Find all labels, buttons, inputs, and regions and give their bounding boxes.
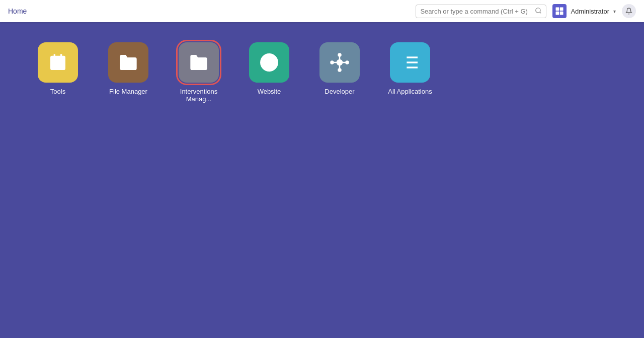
tools-label: Tools [50,88,65,95]
search-icon [535,7,542,16]
interventions-manager-icon [179,42,219,83]
svg-rect-3 [560,8,564,11]
website-icon [249,42,289,83]
navbar-right: Administrator ▾ [416,4,636,18]
developer-label: Developer [325,88,354,95]
apps-grid: ToolsFile ManagerInterventions Manag...W… [30,42,438,103]
user-name-label: Administrator [571,8,609,15]
home-link[interactable]: Home [8,7,27,15]
all-applications-icon [390,42,430,83]
svg-point-20 [339,69,341,72]
file-manager-icon [108,42,148,83]
search-input[interactable] [420,8,532,15]
svg-rect-6 [50,56,65,70]
app-item-developer[interactable]: Developer [312,42,367,95]
svg-point-21 [331,61,334,64]
app-item-all-applications[interactable]: All Applications [382,42,438,95]
navbar: Home Administrator ▾ [0,0,644,22]
app-item-interventions-manager[interactable]: Interventions Manag... [171,42,226,103]
svg-point-14 [337,60,342,65]
svg-point-19 [339,54,341,56]
svg-rect-5 [560,12,564,15]
svg-point-0 [536,8,540,12]
avatar [552,4,567,18]
notification-button[interactable] [622,4,636,18]
search-bar[interactable] [416,5,546,18]
developer-icon [319,42,360,83]
interventions-manager-label: Interventions Manag... [171,88,226,103]
website-label: Website [258,88,281,95]
user-menu[interactable]: Administrator ▾ [552,4,616,18]
svg-rect-4 [556,12,559,15]
main-content: ToolsFile ManagerInterventions Manag...W… [0,22,644,123]
navbar-left: Home [8,7,27,15]
dropdown-arrow-icon: ▾ [613,9,616,14]
svg-line-1 [540,12,541,13]
svg-rect-2 [556,8,559,11]
file-manager-label: File Manager [109,88,147,95]
svg-point-22 [346,61,349,64]
svg-rect-11 [58,64,60,66]
svg-rect-10 [54,64,56,66]
app-item-tools[interactable]: Tools [30,42,86,95]
app-item-file-manager[interactable]: File Manager [101,42,156,95]
app-item-website[interactable]: Website [242,42,297,95]
all-applications-label: All Applications [388,88,432,95]
tools-icon [38,42,78,83]
